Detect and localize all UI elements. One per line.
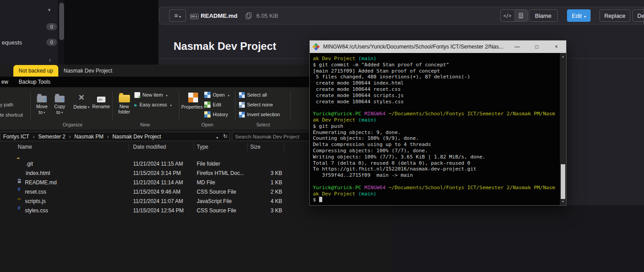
new-item-label: New item: [142, 92, 163, 97]
address-dropdown-icon[interactable]: [216, 132, 218, 141]
chevron-down-icon: [88, 104, 89, 110]
list-icon: [174, 12, 178, 20]
file-name: README.md: [201, 9, 238, 22]
move-to-button[interactable]: Move to: [33, 91, 51, 115]
new-folder-label2: folder: [118, 109, 130, 114]
column-header-name[interactable]: Name: [18, 144, 32, 150]
new-folder-icon: [119, 95, 130, 102]
breadcrumb: Fontys ICTSemester 2Nasmak PMNasmak Dev …: [3, 134, 161, 140]
code-view-button[interactable]: </>: [501, 10, 514, 21]
column-header-date-modified[interactable]: Date modified: [133, 144, 166, 150]
invert-selection-icon: [239, 112, 245, 118]
select-all-label: Select all: [247, 92, 267, 97]
explorer-tab-title[interactable]: Nasmak Dev Project: [64, 65, 112, 77]
mingw-icon: [312, 43, 320, 51]
sidebar-scrollbar-thumb[interactable]: [59, 3, 64, 40]
search-input[interactable]: Search Nasmak Dev Project: [232, 132, 310, 141]
not-backed-up-badge[interactable]: Not backed up: [13, 65, 58, 77]
scroll-up-icon[interactable]: [560, 54, 566, 59]
page-lower-region: [392, 205, 644, 272]
copy-path-button[interactable]: y path: [0, 102, 13, 107]
chevron-down-icon: [170, 102, 172, 107]
count-badge: 0: [46, 39, 57, 46]
chevron-down-icon: [228, 92, 230, 97]
menu-view[interactable]: ew: [1, 77, 8, 87]
invert-selection-button[interactable]: Invert selection: [239, 110, 280, 119]
properties-label: Properties: [181, 104, 203, 110]
display-options-button[interactable]: [169, 9, 186, 22]
terminal-title-bar[interactable]: MINGW64:/c/Users/Yurick/Documents/School…: [310, 41, 566, 53]
document-icon: [519, 13, 523, 18]
column-divider[interactable]: [247, 143, 247, 151]
ribbon-separator: [290, 91, 291, 120]
column-header-type[interactable]: Type: [197, 144, 208, 150]
refresh-icon[interactable]: [223, 131, 227, 141]
terminal-output[interactable]: ak Dev Project (main)$ git commit -m "Ad…: [310, 53, 566, 205]
menu-backup-tools[interactable]: Backup Tools: [19, 77, 50, 87]
copy-to-label2: to: [57, 110, 61, 115]
move-to-label2: to: [39, 110, 43, 115]
chevron-right-icon[interactable]: [49, 57, 51, 63]
easy-access-icon: [134, 101, 138, 108]
edit-button[interactable]: Edit: [567, 9, 591, 22]
new-item-button[interactable]: New item: [134, 90, 167, 99]
column-header-size[interactable]: Size: [250, 144, 260, 150]
scroll-down-icon[interactable]: [560, 199, 566, 204]
copy-path-icon[interactable]: [246, 12, 251, 19]
breadcrumb-item[interactable]: Nasmak PM: [65, 134, 103, 140]
window-controls: — □ ×: [507, 41, 566, 53]
chevron-down-icon[interactable]: [48, 7, 51, 13]
ribbon-separator: [30, 91, 31, 120]
gitlab-sidebar: 0 equests 0: [0, 0, 58, 65]
new-item-icon: [134, 92, 140, 98]
delete-button[interactable]: De: [632, 9, 644, 22]
delete-icon: [79, 93, 85, 102]
history-button[interactable]: History: [204, 110, 228, 119]
paste-shortcut-button[interactable]: te shortcut: [0, 112, 23, 118]
ribbon-group-select: Select: [237, 122, 289, 127]
open-button[interactable]: Open: [204, 90, 229, 99]
new-folder-button[interactable]: New folder: [114, 91, 134, 114]
rendered-view-button[interactable]: [514, 10, 527, 21]
breadcrumb-item[interactable]: Fontys ICT: [3, 134, 29, 140]
ribbon-separator: [235, 91, 235, 120]
easy-access-label: Easy access: [140, 102, 167, 107]
easy-access-button[interactable]: Easy access: [134, 100, 172, 109]
chevron-down-icon: [44, 109, 45, 115]
open-label: Open: [213, 92, 225, 97]
breadcrumb-item[interactable]: Nasmak Dev Project: [103, 134, 161, 140]
copy-to-button[interactable]: Copy to: [51, 91, 69, 115]
maximize-button[interactable]: □: [527, 41, 547, 53]
select-all-button[interactable]: Select all: [239, 90, 267, 99]
breadcrumb-item[interactable]: Semester 2: [29, 134, 65, 140]
file-row[interactable]: styles.css11/15/2024 12:54 PMCSS Source …: [0, 206, 392, 215]
address-bar[interactable]: Fontys ICTSemester 2Nasmak PMNasmak Dev …: [0, 132, 230, 141]
blame-button[interactable]: Blame: [529, 9, 558, 22]
delete-label: Delete: [73, 104, 87, 110]
chevron-down-icon: [61, 109, 63, 115]
delete-button[interactable]: Delete: [72, 91, 91, 110]
column-divider[interactable]: [129, 143, 129, 151]
copy-to-label: Copy: [54, 104, 65, 109]
terminal-scrollbar[interactable]: [560, 53, 566, 205]
chevron-down-icon: [216, 133, 218, 141]
edit-button[interactable]: Edit: [204, 100, 221, 109]
sidebar-item-merge-requests[interactable]: equests: [2, 39, 22, 46]
properties-button[interactable]: Properties: [181, 91, 205, 110]
file-size: 6.05 KiB: [256, 9, 278, 22]
close-button[interactable]: ×: [547, 41, 566, 53]
replace-button[interactable]: Replace: [599, 9, 630, 22]
rename-button[interactable]: Rename: [91, 91, 111, 109]
column-divider[interactable]: [194, 143, 194, 151]
edit-label: Edit: [213, 102, 221, 107]
rename-label: Rename: [92, 104, 110, 109]
count-badge: 0: [46, 23, 57, 30]
scrollbar-thumb[interactable]: [561, 164, 565, 199]
select-none-button[interactable]: Select none: [239, 100, 273, 109]
minimize-button[interactable]: —: [507, 41, 527, 53]
ribbon-separator: [112, 91, 113, 120]
rename-icon: [97, 97, 105, 102]
column-divider[interactable]: [284, 143, 284, 151]
history-icon: [204, 111, 211, 118]
desktop: README.md 6.05 KiB </> Blame Edit Replac…: [0, 0, 644, 272]
